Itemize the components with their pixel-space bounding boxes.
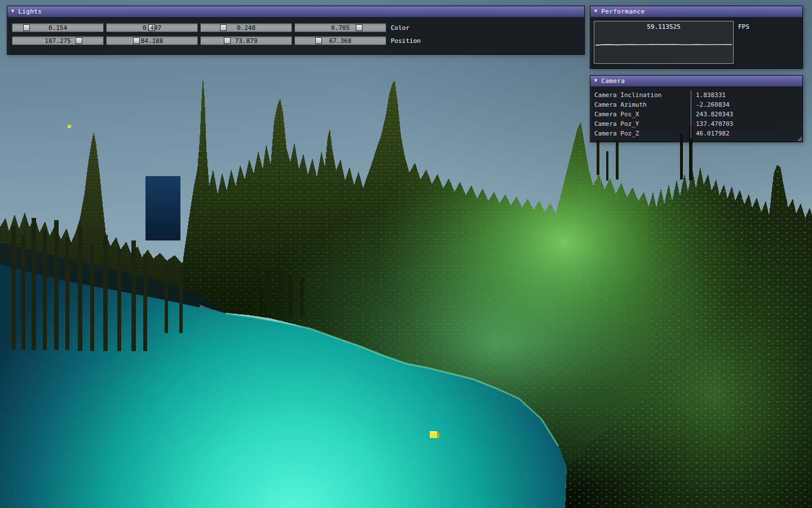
light-position-slider-2[interactable]: 84.188 <box>106 36 198 45</box>
light-marker-dot <box>68 125 71 128</box>
slider-handle[interactable] <box>76 37 82 44</box>
fps-graph: 59.113525 <box>594 21 734 64</box>
lights-panel-titlebar[interactable]: ▼ Lights <box>7 6 584 17</box>
slider-handle[interactable] <box>23 24 30 31</box>
light-position-slider-3[interactable]: 73.879 <box>200 36 292 45</box>
light-position-slider-4[interactable]: 67.368 <box>294 36 386 45</box>
light-color-slider-2[interactable]: 0.497 <box>106 23 198 32</box>
camera-panel: ▼ Camera Camera Inclination 1.838331 Cam… <box>590 75 803 142</box>
camera-row-label: Camera Poz_Y <box>590 120 691 128</box>
camera-row-value: 137.470703 <box>691 119 802 129</box>
light-position-row: 187.275 84.188 73.879 67.368 Position <box>12 36 580 45</box>
camera-rows: Camera Inclination 1.838331 Camera Azimu… <box>590 87 802 138</box>
camera-row-label: Camera Pos_X <box>590 111 691 118</box>
slider-value: 0.705 <box>295 24 386 32</box>
camera-row-label: Camera Inclination <box>590 91 691 99</box>
camera-row-azimuth: Camera Azimuth -2.260834 <box>590 100 802 110</box>
camera-row-pos-z: Camera Poz_Z 46.017982 <box>590 129 802 138</box>
camera-row-label: Camera Azimuth <box>590 101 691 108</box>
fps-value: 59.113525 <box>594 23 733 30</box>
camera-row-inclination: Camera Inclination 1.838331 <box>590 90 802 100</box>
slider-value: 67.368 <box>295 37 386 45</box>
light-color-slider-4[interactable]: 0.705 <box>294 23 386 32</box>
lights-panel-title: Lights <box>18 8 42 15</box>
collapse-triangle-icon[interactable]: ▼ <box>594 78 597 83</box>
camera-row-value: -2.260834 <box>691 100 802 110</box>
slider-handle[interactable] <box>224 37 231 44</box>
camera-row-pos-x: Camera Pos_X 243.820343 <box>590 110 802 119</box>
performance-panel-title: Performance <box>601 8 645 15</box>
camera-row-label: Camera Poz_Z <box>590 130 691 137</box>
resize-grip[interactable] <box>797 136 802 141</box>
camera-row-value: 243.820343 <box>691 110 802 119</box>
light-color-row: 0.154 0.497 0.248 0.705 Color <box>12 23 580 32</box>
collapse-triangle-icon[interactable]: ▼ <box>11 9 14 14</box>
slider-value: 0.248 <box>201 24 292 32</box>
light-color-slider-3[interactable]: 0.248 <box>200 23 292 32</box>
camera-row-value: 1.838331 <box>691 90 802 100</box>
light-position-slider-1[interactable]: 187.275 <box>12 36 104 45</box>
light-color-slider-1[interactable]: 0.154 <box>12 23 104 32</box>
slider-handle[interactable] <box>356 24 363 31</box>
slider-value: 73.879 <box>201 37 292 45</box>
slider-handle[interactable] <box>315 37 322 44</box>
camera-row-pos-y: Camera Poz_Y 137.470703 <box>590 119 802 129</box>
fps-label: FPS <box>738 23 749 30</box>
slider-handle[interactable] <box>220 24 227 31</box>
camera-panel-title: Camera <box>601 77 625 85</box>
camera-panel-titlebar[interactable]: ▼ Camera <box>590 76 802 87</box>
camera-row-value: 46.017982 <box>691 129 802 138</box>
performance-panel: ▼ Performance 59.113525 FPS <box>590 6 803 69</box>
performance-panel-titlebar[interactable]: ▼ Performance <box>590 6 802 17</box>
slider-handle[interactable] <box>133 37 140 44</box>
lights-panel-body: 0.154 0.497 0.248 0.705 Color 187.275 <box>7 17 584 45</box>
slider-handle[interactable] <box>148 24 155 31</box>
collapse-triangle-icon[interactable]: ▼ <box>594 9 597 14</box>
blue-slab <box>145 176 180 240</box>
slider-value: 84.188 <box>107 37 197 45</box>
color-row-label: Color <box>391 24 409 32</box>
lights-panel: ▼ Lights 0.154 0.497 0.248 0.705 Color <box>7 6 585 55</box>
position-row-label: Position <box>391 37 421 45</box>
slider-value: 187.275 <box>12 37 103 45</box>
